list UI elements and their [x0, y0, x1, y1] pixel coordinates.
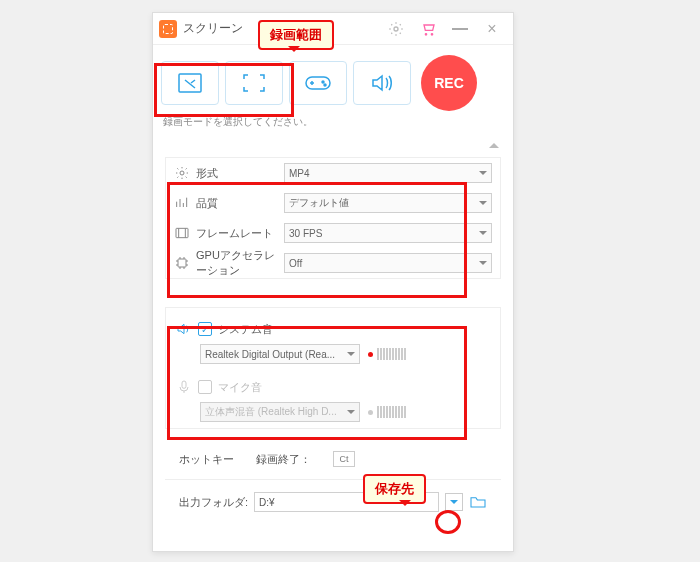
minimize-button[interactable] [451, 20, 469, 38]
video-settings-panel: 形式 MP4 品質 デフォルト値 フレームレート 30 FPS GPUアクセラレ… [165, 157, 501, 279]
app-title: スクリーン [183, 20, 243, 37]
bars-icon [174, 195, 190, 211]
svg-rect-3 [179, 74, 201, 92]
hotkey-key-field[interactable]: Ct [333, 451, 355, 467]
svg-point-6 [324, 84, 326, 86]
mic-audio-device-select[interactable]: 立体声混音 (Realtek High D... [200, 402, 360, 422]
settings-icon[interactable] [387, 20, 405, 38]
gear-icon [174, 165, 190, 181]
framerate-select[interactable]: 30 FPS [284, 223, 492, 243]
svg-rect-10 [182, 381, 186, 388]
svg-point-1 [425, 33, 426, 34]
quality-select[interactable]: デフォルト値 [284, 193, 492, 213]
mic-icon [176, 379, 192, 395]
callout-save-location: 保存先 [363, 474, 426, 504]
svg-rect-8 [176, 228, 188, 237]
format-select[interactable]: MP4 [284, 163, 492, 183]
quality-label: 品質 [196, 196, 218, 211]
system-audio-checkbox[interactable]: ✓ [198, 322, 212, 336]
output-folder-dropdown[interactable] [445, 493, 463, 511]
mode-fullscreen-button[interactable] [225, 61, 283, 105]
hotkey-label: ホットキー [179, 452, 234, 467]
svg-point-7 [180, 171, 184, 175]
collapse-icon[interactable] [489, 138, 499, 148]
system-audio-device-select[interactable]: Realtek Digital Output (Rea... [200, 344, 360, 364]
svg-rect-9 [178, 259, 186, 267]
mic-audio-meter [368, 406, 406, 418]
svg-point-5 [322, 81, 324, 83]
audio-panel: ✓ システム音 Realtek Digital Output (Rea... マ… [165, 307, 501, 429]
system-audio-label: システム音 [218, 322, 273, 337]
mode-hint: 録画モードを選択してください。 [153, 115, 513, 135]
speaker-icon [176, 321, 192, 337]
gpu-select[interactable]: Off [284, 253, 492, 273]
output-folder-label: 出力フォルダ: [179, 495, 248, 510]
mode-region-button[interactable] [161, 61, 219, 105]
framerate-label: フレームレート [196, 226, 273, 241]
folder-icon[interactable] [469, 495, 487, 509]
chip-icon [174, 255, 190, 271]
hotkey-stop-label: 録画終了： [256, 452, 311, 467]
svg-point-2 [431, 33, 432, 34]
close-button[interactable]: × [483, 20, 501, 38]
svg-rect-4 [306, 77, 330, 89]
divider [165, 479, 501, 480]
record-button[interactable]: REC [421, 55, 477, 111]
cart-icon[interactable] [419, 20, 437, 38]
mic-audio-label: マイク音 [218, 380, 262, 395]
app-window: スクリーン × REC 録画モードを選択してください。 形式 MP4 品質 デフ… [152, 12, 514, 552]
mode-row: REC [153, 45, 513, 115]
mic-audio-checkbox[interactable] [198, 380, 212, 394]
gpu-label: GPUアクセラレーション [196, 248, 284, 278]
svg-point-0 [394, 27, 398, 31]
format-label: 形式 [196, 166, 218, 181]
mode-game-button[interactable] [289, 61, 347, 105]
app-icon [159, 20, 177, 38]
system-audio-meter [368, 348, 406, 360]
callout-record-area: 録画範囲 [258, 20, 334, 50]
film-icon [174, 225, 190, 241]
mode-audio-button[interactable] [353, 61, 411, 105]
